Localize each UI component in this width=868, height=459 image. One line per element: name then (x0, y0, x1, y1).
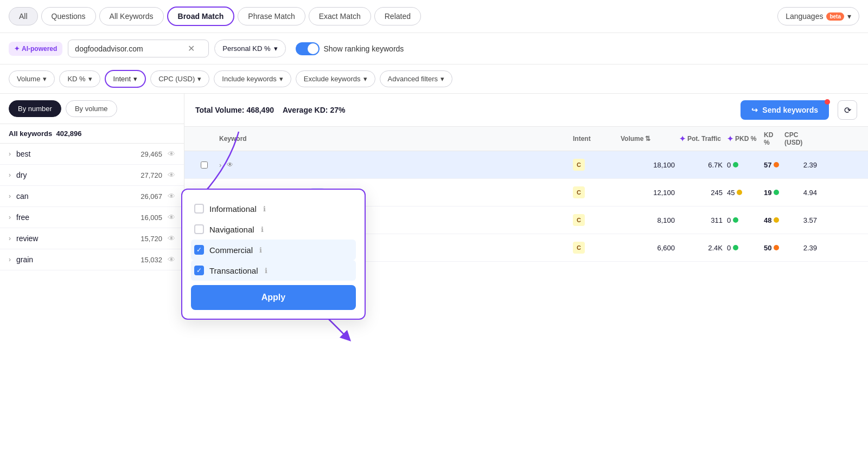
tab-all-keywords[interactable]: All Keywords (99, 7, 164, 25)
list-item[interactable]: › free 16,005 👁 (0, 207, 184, 228)
tab-exact-match[interactable]: Exact Match (309, 7, 371, 25)
row-kd: 57 (764, 161, 780, 169)
row-volume: 8,100 (621, 216, 675, 224)
include-keywords-filter[interactable]: Include keywords ▾ (214, 70, 291, 87)
row-intent: C (573, 159, 616, 171)
intent-option-commercial[interactable]: ✓ Commercial ℹ (191, 240, 356, 260)
exclude-keywords-filter[interactable]: Exclude keywords ▾ (296, 70, 375, 87)
col-kd-header: KD % (764, 131, 780, 146)
list-item[interactable]: › review 15,720 👁 (0, 228, 184, 249)
informational-label: Informational (209, 204, 257, 214)
sort-icon: ⇅ (645, 135, 650, 143)
tab-languages[interactable]: Languages beta ▾ (777, 7, 859, 25)
row-cpc: 2.39 (784, 244, 817, 252)
tab-phrase-match[interactable]: Phrase Match (238, 7, 305, 25)
chevron-down-icon: ▾ (197, 75, 201, 83)
avg-kd: Average KD: 27% (283, 106, 345, 114)
eye-icon: 👁 (227, 161, 233, 169)
sidebar-controls: By number By volume (0, 94, 184, 124)
keyword-count: 27,720 (141, 171, 162, 179)
search-input[interactable] (75, 44, 183, 53)
informational-checkbox[interactable] (194, 204, 204, 214)
refresh-button[interactable]: ⟳ (838, 100, 857, 120)
intent-badge: C (573, 214, 585, 226)
volume-filter[interactable]: Volume ▾ (9, 70, 55, 87)
kd-filter[interactable]: KD % ▾ (59, 70, 100, 87)
keyword-label: review (16, 234, 141, 243)
chevron-right-icon: › (9, 171, 11, 179)
row-cpc: 4.94 (784, 189, 817, 197)
chevron-down-icon: ▾ (88, 75, 92, 83)
row-volume: 18,100 (621, 161, 675, 169)
table-row[interactable]: › 👁 C 18,100 6.7K 0 57 2.39 (184, 151, 868, 179)
keyword-count: 15,032 (141, 256, 162, 264)
kd-dot (774, 162, 779, 167)
ranking-toggle[interactable] (296, 42, 320, 55)
row-volume: 6,600 (621, 244, 675, 252)
sparkle-icon: ✦ (679, 134, 686, 143)
by-volume-button[interactable]: By volume (66, 100, 117, 117)
intent-option-navigational[interactable]: Navigational ℹ (191, 219, 356, 240)
tab-all[interactable]: All (9, 7, 38, 25)
navigational-checkbox[interactable] (194, 224, 204, 234)
list-item[interactable]: › best 29,465 👁 (0, 144, 184, 165)
toggle-wrapper: Show ranking keywords (296, 42, 404, 55)
col-cpc-header: CPC (USD) (784, 131, 817, 146)
transactional-checkbox[interactable]: ✓ (194, 266, 204, 275)
kd-dot (774, 217, 779, 223)
advanced-filters[interactable]: Advanced filters ▾ (380, 70, 453, 87)
row-pot-traffic: 2.4K (679, 244, 723, 252)
cpc-filter[interactable]: CPC (USD) ▾ (150, 70, 209, 87)
intent-badge: C (573, 159, 585, 171)
tab-broad-match[interactable]: Broad Match (167, 7, 235, 26)
row-intent: C (573, 242, 616, 254)
pkd-dot (737, 190, 742, 195)
intent-option-transactional[interactable]: ✓ Transactional ℹ (191, 260, 356, 281)
content-area: By number By volume All keywords 402,896… (0, 94, 868, 270)
chevron-down-icon: ▾ (133, 75, 137, 83)
send-keywords-button[interactable]: ↪ Send keywords (741, 100, 829, 120)
tab-related[interactable]: Related (374, 7, 421, 25)
by-number-button[interactable]: By number (9, 100, 61, 117)
sparkle-icon: ✦ (14, 45, 20, 53)
intent-filter[interactable]: Intent ▾ (105, 70, 146, 88)
total-volume: Total Volume: 468,490 (195, 106, 274, 114)
beta-badge: beta (826, 12, 844, 21)
keyword-label: best (16, 150, 141, 158)
chevron-right-icon: › (9, 256, 11, 263)
list-item[interactable]: › can 26,067 👁 (0, 186, 184, 207)
chevron-right-icon: › (9, 150, 11, 158)
toggle-label: Show ranking keywords (324, 44, 404, 53)
checkmark-icon: ✓ (196, 267, 202, 274)
kd-dropdown[interactable]: Personal KD % ▾ (214, 40, 285, 57)
col-keyword-header: Keyword (219, 135, 569, 143)
commercial-checkbox[interactable]: ✓ (194, 245, 204, 255)
chevron-down-icon: ▾ (847, 12, 851, 21)
row-pot-traffic: 6.7K (679, 161, 723, 169)
all-keywords-label: All keywords (9, 130, 52, 138)
chevron-right-icon: › (9, 192, 11, 200)
filter-bar: Volume ▾ KD % ▾ Intent ▾ CPC (USD) ▾ Inc… (0, 64, 868, 94)
clear-button[interactable]: ✕ (188, 43, 195, 54)
send-icon: ↪ (751, 106, 758, 114)
chevron-down-icon: ▾ (363, 75, 367, 83)
apply-button[interactable]: Apply (191, 285, 356, 310)
list-item[interactable]: › dry 27,720 👁 (0, 165, 184, 186)
row-intent: C (573, 186, 616, 198)
tab-questions[interactable]: Questions (41, 7, 96, 25)
col-volume-header[interactable]: Volume ⇅ (621, 135, 675, 143)
eye-icon: 👁 (168, 255, 175, 264)
intent-option-informational[interactable]: Informational ℹ (191, 198, 356, 219)
left-sidebar: By number By volume All keywords 402,896… (0, 94, 184, 270)
row-pot-traffic: 245 (679, 189, 723, 197)
keyword-count: 15,720 (141, 235, 162, 243)
notification-dot (825, 99, 830, 105)
checkbox-input[interactable] (201, 161, 208, 169)
expand-icon[interactable]: › (219, 161, 221, 169)
list-item[interactable]: › grain 15,032 👁 (0, 249, 184, 270)
keyword-label: grain (16, 255, 141, 264)
row-checkbox[interactable] (193, 161, 215, 169)
search-input-wrapper[interactable]: ✕ (68, 40, 209, 57)
all-keywords-stats: All keywords 402,896 (0, 124, 184, 144)
pkd-dot (733, 162, 738, 167)
